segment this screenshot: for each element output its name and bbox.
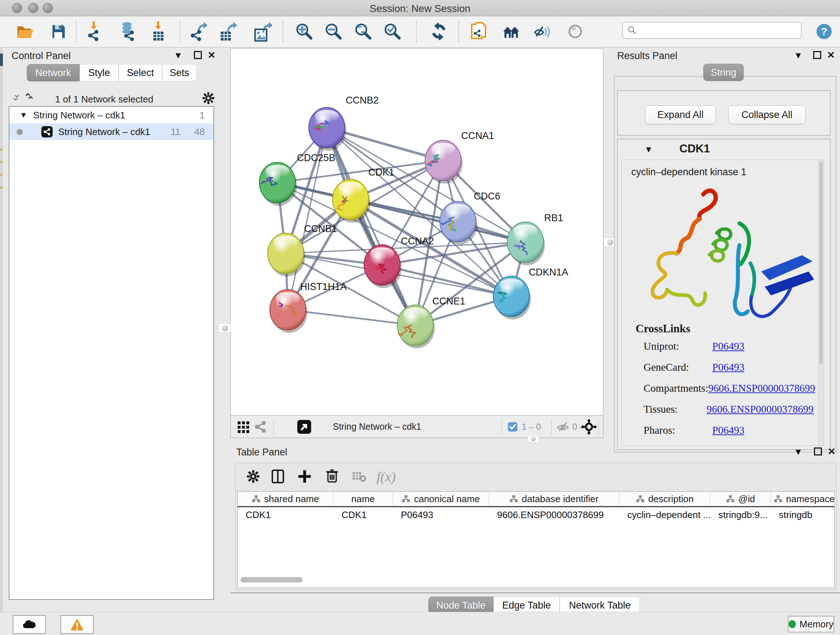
tab-string[interactable]: String bbox=[703, 64, 744, 81]
birdseye-view-icon[interactable] bbox=[297, 419, 312, 434]
column-header-namespace[interactable]: namespace bbox=[771, 492, 835, 506]
crosslink-row: Pharos:P06493 bbox=[644, 424, 813, 436]
open-session-button[interactable] bbox=[15, 21, 35, 42]
node-label-CCNB1: CCNB1 bbox=[304, 223, 337, 234]
column-header-description[interactable]: description bbox=[619, 492, 711, 506]
hidden-eye-slash-icon[interactable] bbox=[556, 420, 569, 433]
export-image-button[interactable] bbox=[254, 21, 274, 42]
tab-node-table[interactable]: Node Table bbox=[428, 597, 493, 614]
column-header-name[interactable]: name bbox=[333, 492, 393, 506]
left-splitter-handle[interactable] bbox=[218, 323, 231, 333]
control-panel-close-icon[interactable]: ✕ bbox=[208, 50, 216, 61]
tab-network[interactable]: Network bbox=[27, 64, 80, 81]
table-row[interactable]: CDK1CDK1P064939606.ENSP00000378699cyclin… bbox=[238, 507, 834, 523]
export-network-button[interactable] bbox=[189, 21, 210, 42]
tab-select[interactable]: Select bbox=[118, 64, 162, 81]
tab-sets[interactable]: Sets bbox=[162, 64, 197, 81]
edge-CCNB2-CCNE1[interactable] bbox=[327, 128, 415, 325]
string-home-button[interactable] bbox=[501, 21, 521, 42]
string-sphere-button[interactable] bbox=[565, 21, 585, 42]
search-field[interactable] bbox=[622, 22, 802, 39]
refresh-button[interactable] bbox=[429, 21, 449, 42]
crosslink-link[interactable]: 9606.ENSP00000378699 bbox=[708, 382, 815, 394]
results-panel-float-icon[interactable] bbox=[813, 51, 821, 59]
import-network-file-button[interactable] bbox=[84, 21, 104, 42]
delete-table-icon[interactable] bbox=[352, 471, 366, 483]
selected-checkbox-icon[interactable] bbox=[508, 422, 518, 432]
crosslink-label: Compartments: bbox=[644, 382, 708, 394]
results-panel-close-icon[interactable]: ✕ bbox=[827, 50, 835, 61]
results-scrollbar[interactable] bbox=[818, 160, 824, 445]
network-tree-child-row[interactable]: String Network – cdk1 11 48 bbox=[9, 124, 213, 140]
network-tree-parent-row[interactable]: ▼ String Network – cdk1 1 bbox=[9, 107, 213, 124]
table-settings-gear-icon[interactable] bbox=[246, 469, 261, 484]
zoom-out-button[interactable] bbox=[323, 21, 343, 42]
column-header-database-identifier[interactable]: database identifier bbox=[489, 492, 619, 506]
node-CDC6[interactable]: CDC6 bbox=[440, 191, 500, 245]
network-collection-count: 1 bbox=[200, 110, 205, 121]
expand-all-button[interactable]: Expand All bbox=[645, 105, 716, 124]
warning-status-button[interactable] bbox=[60, 615, 94, 634]
delete-column-icon[interactable] bbox=[325, 468, 340, 483]
collapse-all-button[interactable]: Collapse All bbox=[728, 105, 806, 124]
crosshair-icon[interactable] bbox=[581, 419, 597, 435]
zoom-fit-icon bbox=[354, 23, 371, 40]
column-header-shared-name[interactable]: shared name bbox=[238, 492, 333, 506]
table-horizontal-scrollbar[interactable] bbox=[240, 577, 303, 583]
network-view-canvas[interactable]: CCNB2CCNA1CDC25BCDK1CDC6RB1CCNB1CCNA2CDK… bbox=[231, 48, 603, 416]
node-HIST1H1A[interactable]: HIST1H1A bbox=[270, 281, 347, 333]
network-options-gear-icon[interactable] bbox=[201, 91, 216, 105]
tab-style[interactable]: Style bbox=[80, 64, 118, 81]
cloud-status-button[interactable] bbox=[13, 615, 46, 634]
network-item-label: String Network – cdk1 bbox=[58, 126, 150, 138]
edge-CDK1-RB1[interactable] bbox=[351, 200, 525, 242]
gene-expand-icon[interactable]: ▼ bbox=[644, 144, 653, 155]
crosslink-row: Compartments:9606.ENSP00000378699 bbox=[644, 382, 813, 394]
import-network-database-button[interactable] bbox=[118, 21, 139, 42]
zoom-in-button[interactable] bbox=[294, 21, 314, 42]
tab-network-table[interactable]: Network Table bbox=[560, 597, 640, 614]
node-CCNB1[interactable]: CCNB1 bbox=[268, 223, 337, 277]
grid-view-icon[interactable] bbox=[237, 421, 249, 433]
import-table-icon bbox=[148, 21, 168, 42]
crosslink-label: GeneCard: bbox=[644, 361, 712, 373]
node-RB1[interactable]: RB1 bbox=[508, 212, 563, 265]
crosslink-link[interactable]: P06493 bbox=[712, 424, 745, 436]
show-columns-icon[interactable] bbox=[270, 469, 286, 484]
save-session-button[interactable] bbox=[48, 21, 68, 42]
zoom-fit-button[interactable] bbox=[353, 21, 373, 42]
crosslink-link[interactable]: 9606.ENSP00000378699 bbox=[706, 403, 813, 415]
search-icon bbox=[627, 26, 637, 35]
add-column-icon[interactable] bbox=[297, 469, 312, 484]
node-CCNE1[interactable]: CCNE1 bbox=[397, 296, 465, 348]
control-panel-float-icon[interactable] bbox=[194, 51, 202, 59]
share-view-icon[interactable] bbox=[254, 420, 267, 433]
string-glass-toggle-button[interactable] bbox=[532, 21, 552, 42]
import-table-file-button[interactable] bbox=[148, 21, 168, 42]
table-panel-float-icon[interactable] bbox=[814, 448, 822, 455]
table-panel-close-icon[interactable]: ✕ bbox=[828, 446, 836, 457]
control-panel-collapse-icon[interactable]: ▾ bbox=[176, 50, 180, 61]
gene-content-box: cyclin–dependent kinase 1 bbox=[622, 160, 824, 446]
column-header-canonical-name[interactable]: canonical name bbox=[393, 492, 489, 506]
crosslink-link[interactable]: P06493 bbox=[712, 361, 745, 373]
help-icon: ? bbox=[816, 23, 832, 40]
help-button[interactable]: ? bbox=[814, 21, 834, 42]
tab-edge-table[interactable]: Edge Table bbox=[493, 597, 560, 614]
node-CDKN1A[interactable]: CDKN1A bbox=[493, 267, 568, 320]
node-label-CCNE1: CCNE1 bbox=[432, 296, 465, 307]
export-image-icon bbox=[254, 21, 274, 42]
column-header--id[interactable]: @id bbox=[711, 492, 771, 506]
results-panel-collapse-icon[interactable]: ▾ bbox=[796, 50, 801, 61]
string-network-graph[interactable]: CCNB2CCNA1CDC25BCDK1CDC6RB1CCNB1CCNA2CDK… bbox=[231, 49, 603, 415]
crosslink-link[interactable]: P06493 bbox=[712, 340, 745, 352]
column-header-label: @id bbox=[738, 494, 755, 505]
string-import-button[interactable] bbox=[469, 21, 489, 42]
memory-button[interactable]: Memory bbox=[788, 616, 834, 632]
export-table-button[interactable] bbox=[219, 21, 239, 42]
function-builder-fx[interactable]: f(x) bbox=[377, 469, 396, 485]
table-panel-collapse-icon[interactable]: ▾ bbox=[796, 446, 801, 457]
tree-expand-icon[interactable]: ▼ bbox=[19, 111, 27, 120]
zoom-selected-button[interactable] bbox=[382, 21, 402, 42]
status-bar: Memory bbox=[0, 612, 840, 635]
